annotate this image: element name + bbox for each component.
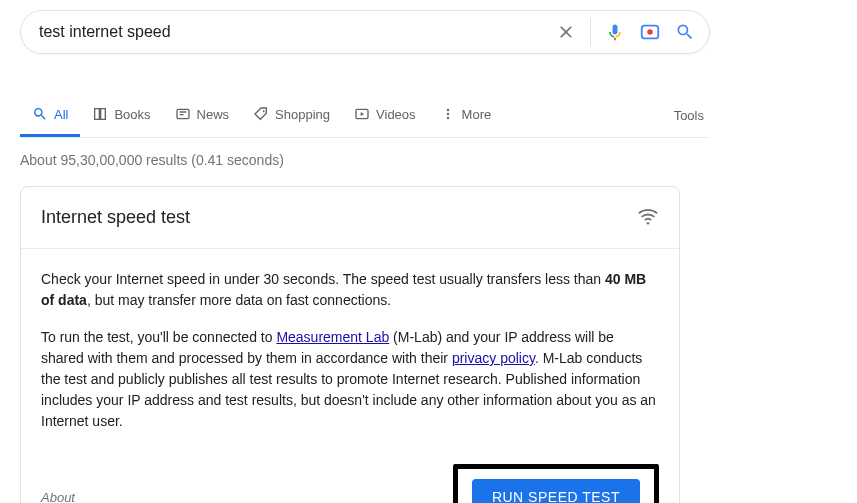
tab-shopping[interactable]: Shopping <box>241 96 342 137</box>
voice-search-icon[interactable] <box>605 22 625 42</box>
result-stats: About 95,30,00,000 results (0.41 seconds… <box>20 138 857 186</box>
card-title: Internet speed test <box>41 207 190 228</box>
wifi-icon <box>637 205 659 230</box>
about-link[interactable]: About <box>41 490 75 504</box>
svg-point-7 <box>446 117 448 119</box>
book-icon <box>92 106 108 122</box>
run-speed-test-button[interactable]: RUN SPEED TEST <box>472 479 640 503</box>
tab-books[interactable]: Books <box>80 96 162 137</box>
tag-icon <box>253 106 269 122</box>
divider <box>590 18 591 46</box>
tab-videos[interactable]: Videos <box>342 96 428 137</box>
card-body: Check your Internet speed in under 30 se… <box>21 249 679 456</box>
svg-point-8 <box>647 222 650 225</box>
tools-button[interactable]: Tools <box>668 98 710 135</box>
clear-icon[interactable] <box>556 22 576 42</box>
tab-label: More <box>462 107 492 122</box>
tab-all[interactable]: All <box>20 96 80 137</box>
card-paragraph-2: To run the test, you'll be connected to … <box>41 327 659 432</box>
search-bar[interactable] <box>20 10 710 54</box>
play-icon <box>354 106 370 122</box>
tab-more[interactable]: More <box>428 96 504 137</box>
tab-label: All <box>54 107 68 122</box>
card-paragraph-1: Check your Internet speed in under 30 se… <box>41 269 659 311</box>
search-icon[interactable] <box>675 22 695 42</box>
tabs-row: All Books News Shopping Videos More <box>20 96 710 138</box>
tab-label: Shopping <box>275 107 330 122</box>
search-input[interactable] <box>35 23 556 41</box>
tab-label: Videos <box>376 107 416 122</box>
search-icon <box>32 106 48 122</box>
measurement-lab-link[interactable]: Measurement Lab <box>276 329 389 345</box>
privacy-policy-link[interactable]: privacy policy <box>452 350 535 366</box>
svg-point-5 <box>446 109 448 111</box>
speed-test-card: Internet speed test Check your Internet … <box>20 186 680 503</box>
highlight-box: RUN SPEED TEST <box>453 464 659 503</box>
svg-point-1 <box>647 29 653 35</box>
tab-label: News <box>197 107 230 122</box>
suggestions-placeholder <box>20 62 500 86</box>
svg-point-3 <box>263 110 265 112</box>
lens-icon[interactable] <box>639 21 661 43</box>
svg-point-6 <box>446 113 448 115</box>
news-icon <box>175 106 191 122</box>
tab-news[interactable]: News <box>163 96 242 137</box>
dots-icon <box>440 106 456 122</box>
tab-label: Books <box>114 107 150 122</box>
